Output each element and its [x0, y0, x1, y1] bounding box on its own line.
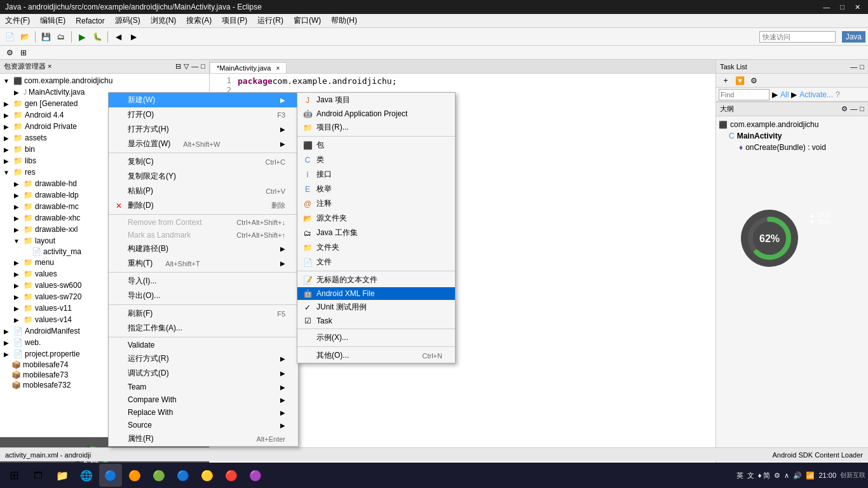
cm-item-export[interactable]: 导出(O)...: [109, 288, 298, 303]
sm-item-untitled[interactable]: 📝 无标题的文本文件: [297, 273, 455, 287]
menu-file[interactable]: 文件(F): [0, 14, 35, 27]
save-all-button[interactable]: 🗂: [54, 30, 68, 44]
menu-edit[interactable]: 编辑(E): [35, 14, 71, 27]
app6-taskbar[interactable]: 🔴: [220, 464, 243, 487]
app3-taskbar[interactable]: 🟢: [147, 464, 170, 487]
cm-item-replacewith[interactable]: Replace With ▶: [109, 406, 298, 419]
app7-taskbar[interactable]: 🟣: [244, 464, 267, 487]
maximize-button[interactable]: □: [837, 3, 847, 11]
sm-item-java-project[interactable]: J Java 项目: [297, 93, 455, 107]
minimize-button[interactable]: —: [820, 3, 832, 11]
menu-window[interactable]: 窗口(W): [288, 14, 326, 27]
quick-access-input[interactable]: [759, 31, 836, 43]
pe-minimize[interactable]: —: [191, 62, 198, 71]
outline-item[interactable]: ♦ onCreate(Bundle) : void: [719, 142, 865, 153]
app4-taskbar[interactable]: 🔵: [172, 464, 194, 487]
cm-item-refresh[interactable]: 刷新(F) F5: [109, 306, 298, 321]
volume-icon[interactable]: 🔊: [793, 471, 802, 480]
cm-item-import[interactable]: 导入(I)...: [109, 274, 298, 288]
cm-item-paste[interactable]: 粘贴(P) Ctrl+V: [109, 184, 298, 198]
cm-item-openby[interactable]: 打开方式(H) ▶: [109, 122, 298, 137]
settings-icon[interactable]: ⚙: [774, 471, 780, 480]
sm-item-android-xml[interactable]: 🤖 Android XML File: [297, 287, 455, 300]
sm-item-task[interactable]: ☑ Task: [297, 315, 455, 327]
task-filter[interactable]: 🔽: [733, 74, 747, 88]
perspective-button[interactable]: ⚙: [3, 46, 17, 60]
sm-item-examples[interactable]: 示例(X)...: [297, 330, 455, 345]
app2-taskbar[interactable]: 🟠: [123, 464, 146, 487]
sm-item-package[interactable]: ⬛ 包: [297, 138, 455, 152]
sm-item-interface[interactable]: I 接口: [297, 167, 455, 182]
app5-taskbar[interactable]: 🟡: [196, 464, 219, 487]
input-indicator[interactable]: ♦ 简: [758, 471, 771, 480]
menu-run[interactable]: 运行(R): [252, 14, 288, 27]
close-button[interactable]: ✕: [852, 3, 863, 11]
cm-item-delete[interactable]: ✕ 删除(D) 删除: [109, 198, 298, 213]
editor-tab-mainactivity[interactable]: *MainActivity.java ×: [210, 62, 287, 73]
help-icon[interactable]: ?: [836, 90, 840, 99]
sm-item-folder[interactable]: 📁 文件夹: [297, 240, 455, 255]
cm-item-runconfig[interactable]: 运行方式(R) ▶: [109, 351, 298, 366]
browser-taskbar[interactable]: 🌐: [75, 464, 98, 487]
save-button[interactable]: 💾: [39, 30, 53, 44]
sm-item-project[interactable]: 📁 项目(R)...: [297, 120, 455, 135]
sm-item-annotation[interactable]: @ 注释: [297, 196, 455, 211]
activate-link[interactable]: Activate...: [799, 90, 833, 99]
tab-close-icon[interactable]: ×: [276, 65, 280, 72]
cm-item-workingsets[interactable]: 指定工作集(A)...: [109, 321, 298, 336]
app1-taskbar[interactable]: 🔵: [99, 464, 122, 487]
task-add[interactable]: +: [719, 74, 733, 88]
menu-source[interactable]: 源码(S): [110, 14, 146, 27]
outline-maximize[interactable]: □: [860, 105, 864, 113]
outline-item[interactable]: ⬛ com.example.androidjichu: [719, 119, 865, 130]
cm-item-copy[interactable]: 复制(C) Ctrl+C: [109, 154, 298, 169]
sm-item-android-app-project[interactable]: 🤖 Android Application Project: [297, 107, 455, 120]
sm-item-class[interactable]: C 类: [297, 152, 455, 167]
notification-chevron[interactable]: ∧: [784, 471, 789, 480]
new-button[interactable]: 📄: [3, 30, 17, 44]
find-input[interactable]: [719, 89, 770, 100]
sm-item-other[interactable]: 其他(O)... Ctrl+N: [297, 348, 455, 363]
cm-item-copyqualified[interactable]: 复制限定名(Y): [109, 169, 298, 184]
tree-item[interactable]: ▼ ⬛ com.example.androidjichu: [1, 75, 208, 86]
menu-refactor[interactable]: Refactor: [71, 15, 109, 27]
cm-item-debugconfig[interactable]: 调试方式(D) ▶: [109, 366, 298, 381]
debug-button[interactable]: 🐛: [90, 30, 104, 44]
cm-item-properties[interactable]: 属性(R) Alt+Enter: [109, 431, 298, 446]
all-filter[interactable]: All: [780, 90, 789, 99]
menu-search[interactable]: 搜索(A): [181, 14, 217, 27]
cm-item-comparewith[interactable]: Compare With ▶: [109, 393, 298, 406]
network-icon[interactable]: 📶: [806, 471, 815, 480]
outline-toolbar-btn[interactable]: ⚙: [841, 105, 848, 113]
sm-item-junit[interactable]: ✓ JUnit 测试用例: [297, 300, 455, 315]
pe-menu[interactable]: ▽: [184, 62, 189, 71]
outline-minimize[interactable]: —: [850, 105, 857, 113]
menu-navigate[interactable]: 浏览(N): [146, 14, 182, 27]
cm-item-open[interactable]: 打开(O) F3: [109, 107, 298, 122]
sm-item-javaworkingset[interactable]: 🗂 Java 工作集: [297, 226, 455, 240]
start-button[interactable]: ⊞: [3, 464, 25, 487]
back-button[interactable]: ◀: [111, 30, 125, 44]
file-explorer-taskbar[interactable]: 📁: [51, 464, 74, 487]
sm-item-enum[interactable]: E 枚举: [297, 182, 455, 196]
cm-item-showlocation[interactable]: 显示位置(W) Alt+Shift+W ▶: [109, 137, 298, 151]
pe-maximize[interactable]: □: [201, 62, 205, 71]
task-settings[interactable]: ⚙: [747, 74, 761, 88]
run-button[interactable]: ▶: [75, 30, 89, 44]
menu-project[interactable]: 项目(P): [217, 14, 252, 27]
sm-item-file[interactable]: 📄 文件: [297, 255, 455, 269]
task-minimize[interactable]: —: [850, 63, 857, 71]
layout-button[interactable]: ⊞: [17, 46, 31, 60]
cm-item-buildpath[interactable]: 构建路径(B) ▶: [109, 241, 298, 256]
cm-item-new[interactable]: 新建(W) ▶: [109, 93, 298, 107]
pe-collapse-all[interactable]: ⊟: [175, 62, 181, 71]
cm-item-refactor[interactable]: 重构(T) Alt+Shift+T ▶: [109, 256, 298, 271]
cm-item-validate[interactable]: Validate: [109, 339, 298, 351]
outline-item[interactable]: C MainActivity: [719, 130, 865, 142]
java-perspective[interactable]: Java: [842, 31, 865, 43]
forward-button[interactable]: ▶: [126, 30, 140, 44]
ime-indicator[interactable]: 英: [736, 471, 743, 480]
menu-help[interactable]: 帮助(H): [326, 14, 362, 27]
lang-indicator[interactable]: 文: [747, 471, 754, 480]
task-view-button[interactable]: 🗔: [27, 464, 50, 487]
